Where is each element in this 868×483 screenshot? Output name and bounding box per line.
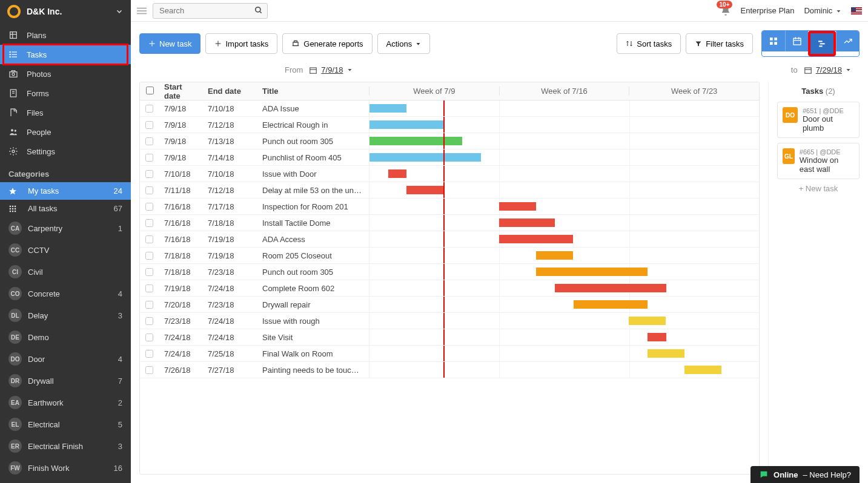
- row-checkbox[interactable]: [145, 105, 153, 113]
- task-row[interactable]: 7/20/18 7/23/18 Drywall repair: [140, 297, 759, 313]
- row-checkbox[interactable]: [145, 170, 153, 178]
- category-electrical-finish[interactable]: ERElectrical Finish3: [0, 435, 131, 457]
- row-checkbox[interactable]: [145, 350, 153, 358]
- task-row[interactable]: 7/19/18 7/24/18 Complete Room 602: [140, 280, 759, 297]
- gantt-bar[interactable]: [388, 169, 407, 178]
- gantt-bar[interactable]: [648, 349, 684, 358]
- task-row[interactable]: 7/9/18 7/12/18 Electrical Rough in: [140, 117, 759, 133]
- new-task-button[interactable]: New task: [139, 33, 200, 54]
- gantt-bar[interactable]: [629, 317, 666, 325]
- task-row[interactable]: 7/18/18 7/19/18 Room 205 Closeout: [140, 248, 759, 264]
- notifications-button[interactable]: 10+: [720, 5, 731, 16]
- plan-link[interactable]: Enterprise Plan: [741, 6, 795, 15]
- col-start[interactable]: Start date: [158, 82, 202, 100]
- row-checkbox[interactable]: [145, 268, 153, 276]
- nav-settings[interactable]: Settings: [0, 142, 131, 161]
- gantt-bar[interactable]: [536, 268, 648, 276]
- task-row[interactable]: 7/18/18 7/23/18 Punch out room 305: [140, 264, 759, 280]
- view-chart-button[interactable]: [836, 31, 859, 51]
- task-row[interactable]: 7/24/18 7/25/18 Final Walk on Room: [140, 346, 759, 362]
- gantt-bar[interactable]: [684, 366, 721, 374]
- row-checkbox[interactable]: [145, 235, 153, 243]
- task-row[interactable]: 7/24/18 7/24/18 Site Visit: [140, 329, 759, 346]
- gantt-bar[interactable]: [648, 333, 666, 341]
- task-row[interactable]: 7/16/18 7/17/18 Inspection for Room 201: [140, 199, 759, 215]
- task-row[interactable]: 7/26/18 7/27/18 Painting needs to be tou…: [140, 362, 759, 378]
- search-input[interactable]: [153, 3, 268, 19]
- row-checkbox[interactable]: [145, 301, 153, 309]
- category-earthwork[interactable]: EAEarthwork2: [0, 392, 131, 413]
- category-all-tasks[interactable]: All tasks67: [0, 200, 131, 217]
- category-delay[interactable]: DLDelay3: [0, 304, 131, 326]
- gantt-bar[interactable]: [555, 284, 666, 292]
- row-checkbox[interactable]: [145, 154, 153, 162]
- nav-files[interactable]: Files: [0, 103, 131, 122]
- row-checkbox[interactable]: [145, 137, 153, 145]
- category-carpentry[interactable]: CACarpentry1: [0, 217, 131, 239]
- sort-tasks-button[interactable]: Sort tasks: [617, 33, 681, 54]
- task-row[interactable]: 7/10/18 7/10/18 Issue with Door: [140, 166, 759, 182]
- org-switcher[interactable]: D&K Inc.: [0, 0, 131, 23]
- menu-toggle-icon[interactable]: [137, 7, 147, 15]
- row-checkbox[interactable]: [145, 334, 153, 341]
- gantt-bar[interactable]: [369, 153, 481, 162]
- gantt-bar[interactable]: [499, 218, 555, 227]
- category-door[interactable]: DODoor4: [0, 348, 131, 370]
- search-icon[interactable]: [254, 6, 263, 15]
- view-grid-button[interactable]: [762, 31, 785, 51]
- category-cctv[interactable]: CCCCTV: [0, 239, 131, 261]
- to-date-picker[interactable]: 7/29/18: [816, 65, 842, 74]
- actions-dropdown[interactable]: Actions: [377, 33, 431, 54]
- row-checkbox[interactable]: [145, 317, 153, 325]
- gantt-bar[interactable]: [369, 104, 406, 113]
- category-concrete[interactable]: COConcrete4: [0, 283, 131, 304]
- category-flooring[interactable]: FLFlooring: [0, 479, 131, 483]
- nav-forms[interactable]: Forms: [0, 84, 131, 103]
- task-row[interactable]: 7/9/18 7/13/18 Punch out room 305: [140, 133, 759, 150]
- row-checkbox[interactable]: [145, 366, 153, 374]
- gantt-bar[interactable]: [369, 137, 462, 145]
- generate-reports-button[interactable]: Generate reports: [282, 33, 372, 54]
- gantt-bar[interactable]: [536, 251, 573, 260]
- gantt-bar[interactable]: [369, 120, 443, 129]
- row-checkbox[interactable]: [145, 186, 153, 194]
- new-task-link[interactable]: + New task: [777, 184, 860, 193]
- col-title[interactable]: Title: [256, 87, 369, 96]
- nav-tasks[interactable]: Tasks: [0, 45, 131, 64]
- nav-people[interactable]: People: [0, 122, 131, 142]
- select-all-checkbox[interactable]: [146, 87, 154, 94]
- col-end[interactable]: End date: [202, 87, 256, 96]
- category-electrical[interactable]: ELElectrical5: [0, 413, 131, 435]
- from-date-picker[interactable]: 7/9/18: [321, 65, 343, 74]
- view-gantt-button[interactable]: [810, 33, 833, 54]
- task-row[interactable]: 7/9/18 7/10/18 ADA Issue: [140, 100, 759, 117]
- category-civil[interactable]: CICivil: [0, 261, 131, 283]
- gantt-bar[interactable]: [499, 235, 573, 243]
- category-demo[interactable]: DEDemo: [0, 326, 131, 348]
- task-row[interactable]: 7/16/18 7/18/18 Install Tactile Dome: [140, 215, 759, 231]
- row-checkbox[interactable]: [145, 121, 153, 129]
- task-row[interactable]: 7/9/18 7/14/18 Punchlist of Room 405: [140, 150, 759, 166]
- gantt-bar[interactable]: [406, 186, 443, 194]
- import-tasks-button[interactable]: Import tasks: [205, 33, 277, 54]
- category-finish-work[interactable]: FWFinish Work16: [0, 457, 131, 479]
- row-checkbox[interactable]: [145, 252, 153, 260]
- help-chat-widget[interactable]: Online – Need Help?: [750, 466, 860, 483]
- locale-flag-icon[interactable]: [851, 7, 862, 15]
- user-menu[interactable]: Dominic: [804, 6, 841, 15]
- nav-plans[interactable]: Plans: [0, 25, 131, 45]
- task-card[interactable]: DO #651 | @DDE Door out plumb: [777, 102, 860, 138]
- task-card[interactable]: GL #665 | @DDE Window on east wall: [777, 143, 860, 179]
- task-row[interactable]: 7/11/18 7/12/18 Delay at mile 53 on the …: [140, 182, 759, 199]
- view-calendar-button[interactable]: [785, 31, 808, 51]
- nav-photos[interactable]: Photos: [0, 64, 131, 84]
- task-row[interactable]: 7/16/18 7/19/18 ADA Access: [140, 231, 759, 248]
- row-checkbox[interactable]: [145, 203, 153, 211]
- category-drywall[interactable]: DRDrywall7: [0, 370, 131, 392]
- gantt-bar[interactable]: [574, 300, 648, 309]
- gantt-bar[interactable]: [499, 202, 536, 211]
- task-row[interactable]: 7/23/18 7/24/18 Issue with rough: [140, 313, 759, 329]
- row-checkbox[interactable]: [145, 284, 153, 292]
- category-my-tasks[interactable]: My tasks24: [0, 182, 131, 200]
- row-checkbox[interactable]: [145, 219, 153, 227]
